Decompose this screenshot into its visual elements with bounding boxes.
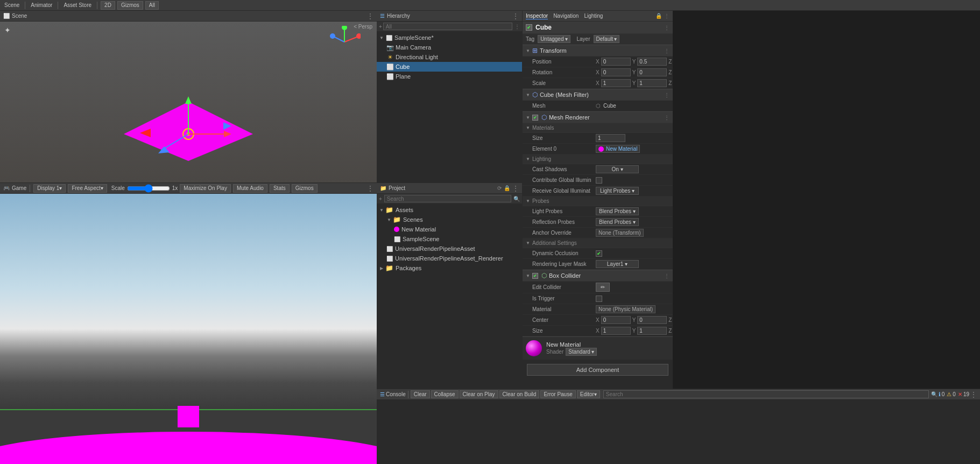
rot-x-input[interactable]: [601, 68, 631, 76]
clear-btn[interactable]: Clear: [411, 390, 430, 398]
collapse-btn[interactable]: Collapse: [431, 390, 459, 398]
mesh-filter-header[interactable]: ▼ ⬡ Cube (Mesh Filter) ⋮: [523, 89, 673, 101]
add-component-btn[interactable]: Add Component: [527, 364, 668, 376]
reflection-probes-dropdown[interactable]: Blend Probes ▾: [596, 218, 639, 226]
gizmos-button[interactable]: Gizmos: [117, 1, 143, 10]
project-item-urp[interactable]: ⬜ UniversalRenderPipelineAsset: [377, 244, 522, 254]
tree-item-samplescene[interactable]: ▼ ⬜ SampleScene*: [377, 33, 522, 43]
asset-store-tab-label[interactable]: Asset Store: [61, 2, 94, 8]
tag-dropdown[interactable]: Untagged ▾: [538, 35, 570, 43]
console-more-btn[interactable]: ⋮: [970, 391, 977, 398]
project-lock-icon[interactable]: 🔒: [504, 185, 510, 191]
project-more-btn[interactable]: ⋮: [512, 185, 519, 192]
layer-dropdown[interactable]: Default ▾: [594, 35, 620, 43]
animator-tab-label[interactable]: Animator: [29, 2, 54, 8]
project-item-urp-renderer[interactable]: ⬜ UniversalRenderPipelineAsset_Renderer: [377, 254, 522, 263]
editor-btn[interactable]: Editor ▾: [577, 390, 600, 398]
tree-item-directionallight[interactable]: ☀ Directional Light: [377, 52, 522, 62]
project-plus-icon[interactable]: +: [379, 196, 382, 202]
tab-lighting[interactable]: Lighting: [584, 13, 603, 19]
project-item-packages[interactable]: ▶ 📁 Packages: [377, 263, 522, 273]
tab-inspector[interactable]: Inspector: [526, 13, 548, 19]
console-tab[interactable]: Console: [386, 391, 406, 397]
project-sync-icon[interactable]: ⟳: [497, 185, 502, 191]
size-x-input[interactable]: [601, 327, 631, 335]
stats-btn[interactable]: Stats: [270, 184, 290, 193]
display-dropdown[interactable]: Display 1 ▾: [33, 184, 66, 193]
mesh-renderer-icon: ⬡: [541, 114, 547, 121]
project-item-samplescene[interactable]: ⬜ SampleScene: [377, 234, 522, 244]
center-x-input[interactable]: [601, 316, 631, 324]
scene-tab-label[interactable]: Scene: [2, 2, 22, 8]
bc-material-ref[interactable]: None (Physic Material): [596, 305, 655, 313]
contribute-gi-checkbox[interactable]: [596, 177, 602, 184]
light-probes-dropdown[interactable]: Blend Probes ▾: [596, 207, 639, 215]
materials-size-input[interactable]: [596, 134, 625, 142]
tree-item-cube[interactable]: ⬜ Cube: [377, 62, 522, 72]
shader-dropdown[interactable]: Standard ▾: [566, 348, 597, 356]
aspect-dropdown[interactable]: Free Aspect ▾: [68, 184, 107, 193]
project-item-assets[interactable]: ▼ 📁 Assets: [377, 205, 522, 215]
is-trigger-checkbox[interactable]: [596, 296, 602, 302]
mf-menu-icon[interactable]: ⋮: [664, 92, 669, 98]
obj-active-checkbox[interactable]: ✔: [526, 24, 532, 31]
pos-y-input[interactable]: [637, 58, 667, 66]
tree-item-plane[interactable]: ⬜ Plane: [377, 72, 522, 81]
inspector-more-btn[interactable]: ⋮: [664, 13, 669, 19]
clear-on-play-btn[interactable]: Clear on Play: [460, 390, 498, 398]
probes-section-label[interactable]: ▼ Probes: [523, 196, 673, 206]
persp-label: < Persp: [354, 24, 372, 30]
cast-shadows-dropdown[interactable]: On ▾: [596, 165, 639, 173]
materials-section-label[interactable]: ▼ Materials: [523, 123, 673, 133]
mesh-renderer-header[interactable]: ▼ ✔ ⬡ Mesh Renderer ⋮: [523, 111, 673, 123]
hierarchy-tab[interactable]: Hierarchy: [387, 13, 410, 19]
bc-menu-icon[interactable]: ⋮: [664, 273, 669, 279]
rot-y-input[interactable]: [637, 68, 667, 76]
hierarchy-plus-icon[interactable]: +: [379, 24, 382, 30]
scene-tab[interactable]: Scene: [12, 13, 27, 19]
size-y-input[interactable]: [637, 327, 667, 335]
tab-navigation[interactable]: Navigation: [553, 13, 579, 19]
game-gizmos-btn[interactable]: Gizmos: [292, 184, 318, 193]
obj-menu-btn[interactable]: ⋮: [664, 25, 669, 31]
console-search-input[interactable]: [603, 390, 929, 398]
game-tab[interactable]: Game: [12, 185, 26, 191]
pos-x-input[interactable]: [601, 58, 631, 66]
material-ref[interactable]: New Material: [596, 145, 640, 153]
maximize-on-play-btn[interactable]: Maximize On Play: [180, 184, 231, 193]
receive-gi-dropdown[interactable]: Light Probes ▾: [596, 187, 639, 195]
project-tab[interactable]: Project: [389, 185, 405, 191]
hierarchy-search-input[interactable]: [383, 23, 512, 30]
scale-label: Scale: [111, 185, 125, 191]
lighting-section-label[interactable]: ▼ Lighting: [523, 154, 673, 164]
size-x-label: X: [596, 328, 600, 334]
mode-2d-button[interactable]: 2D: [101, 1, 115, 10]
additional-settings-label[interactable]: ▼ Additional Settings: [523, 238, 673, 248]
project-item-newmaterial[interactable]: New Material: [377, 224, 522, 234]
project-search-input[interactable]: [384, 195, 511, 202]
error-pause-btn[interactable]: Error Pause: [540, 390, 575, 398]
inspector-lock-icon[interactable]: 🔒: [655, 13, 662, 19]
transform-header[interactable]: ▼ ⊞ Transform ⋮: [523, 45, 673, 57]
game-more-btn[interactable]: ⋮: [367, 185, 373, 192]
edit-collider-btn[interactable]: ✏: [596, 283, 610, 292]
tree-item-maincamera[interactable]: 📷 Main Camera: [377, 43, 522, 52]
transform-menu-icon[interactable]: ⋮: [664, 48, 669, 54]
mr-menu-icon[interactable]: ⋮: [664, 115, 669, 121]
anchor-override-ref[interactable]: None (Transform): [596, 229, 644, 237]
hierarchy-more-btn[interactable]: ⋮: [512, 12, 519, 20]
clear-on-build-btn[interactable]: Clear on Build: [499, 390, 540, 398]
scale-y-input[interactable]: [637, 79, 667, 87]
scale-slider[interactable]: [127, 186, 170, 191]
mute-audio-btn[interactable]: Mute Audio: [233, 184, 267, 193]
scale-x-input[interactable]: [601, 79, 631, 87]
layers-button[interactable]: All: [145, 1, 159, 10]
project-item-scenes[interactable]: ▼ 📁 Scenes: [377, 215, 522, 224]
mr-checkbox[interactable]: ✔: [532, 115, 538, 121]
rendering-layer-mask-dropdown[interactable]: Layer1 ▾: [596, 260, 639, 268]
box-collider-header[interactable]: ▼ ✔ ⬡ Box Collider ⋮: [523, 270, 673, 282]
center-y-input[interactable]: [637, 316, 667, 324]
bc-checkbox[interactable]: ✔: [532, 273, 538, 279]
scene-more-btn[interactable]: ⋮: [367, 12, 373, 20]
dynamic-occlusion-checkbox[interactable]: ✔: [596, 250, 602, 257]
